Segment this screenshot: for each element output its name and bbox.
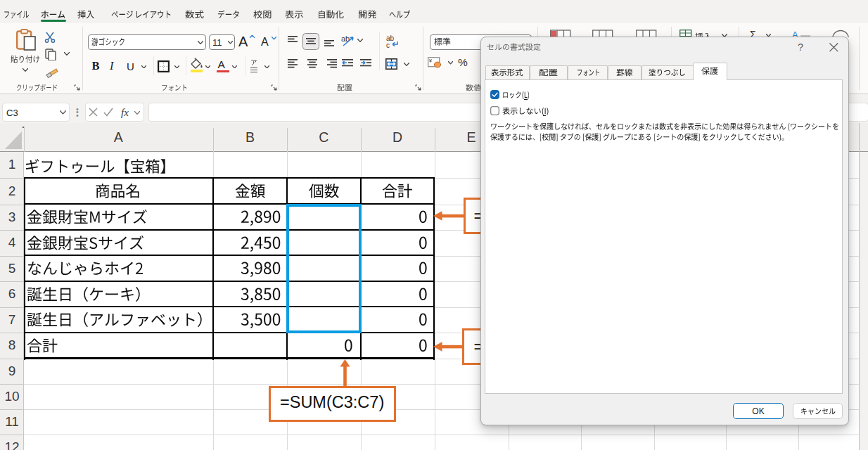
svg-text:c: c <box>386 41 390 49</box>
svg-text:¥: ¥ <box>429 58 432 63</box>
